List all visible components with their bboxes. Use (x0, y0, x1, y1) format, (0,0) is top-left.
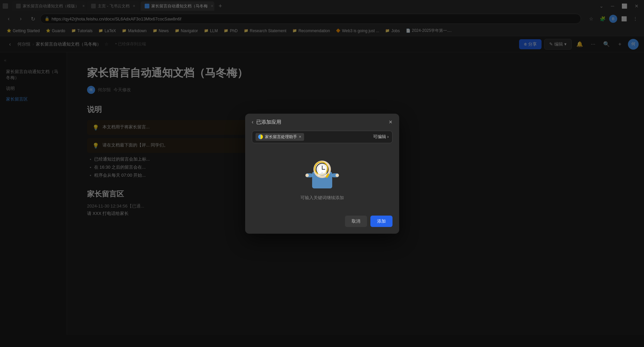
svg-point-11 (336, 174, 339, 177)
tag-chip-label: 家长留言处理助手 (265, 134, 297, 140)
modal-back-button[interactable]: ‹ (252, 119, 254, 125)
modal-body: 家长留言处理助手 × 可编辑 › (245, 131, 399, 216)
modal-illustration: 可输入关键词继续添加 (252, 150, 392, 209)
svg-point-10 (305, 174, 309, 177)
modal-close-button[interactable]: × (389, 119, 392, 125)
robot-svg (304, 157, 341, 190)
permission-label[interactable]: 可编辑 › (373, 134, 389, 140)
tag-chip-icon (258, 134, 263, 139)
modal-title: 已添加应用 (256, 119, 281, 125)
modal-dialog: ‹ 已添加应用 × 家长留言处理助手 × 可编辑 › (245, 114, 399, 234)
modal-header: ‹ 已添加应用 × (245, 114, 399, 131)
tag-chip-assistant: 家长留言处理助手 × (256, 133, 304, 141)
modal-hint-text: 可输入关键词继续添加 (300, 195, 344, 201)
tag-chip-close-button[interactable]: × (299, 134, 301, 139)
add-button[interactable]: 添加 (370, 216, 392, 227)
cancel-button[interactable]: 取消 (345, 216, 367, 227)
tag-input-row: 家长留言处理助手 × 可编辑 › (252, 131, 392, 143)
modal-footer: 取消 添加 (245, 216, 399, 234)
modal-overlay[interactable]: ‹ 已添加应用 × 家长留言处理助手 × 可编辑 › (0, 0, 644, 347)
